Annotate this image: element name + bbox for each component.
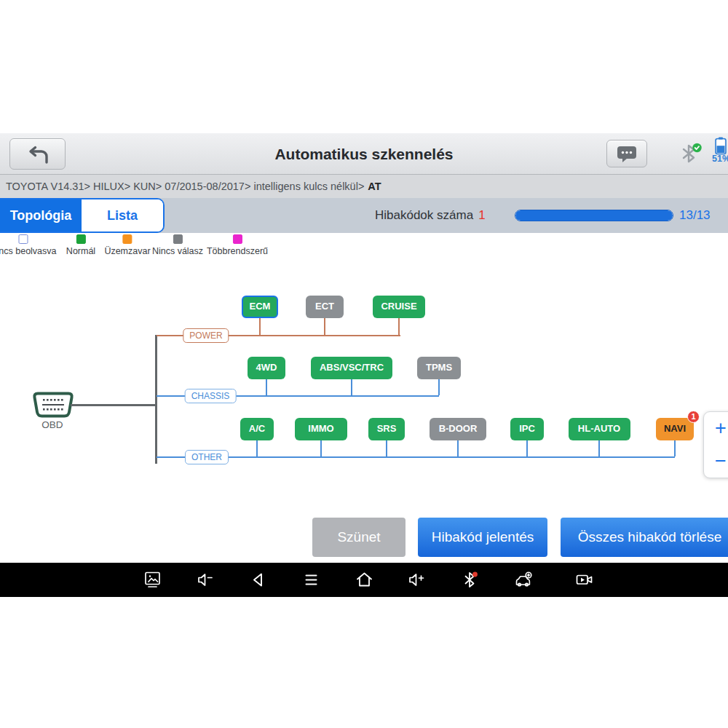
node-connector-line	[351, 379, 352, 395]
legend-swatch	[123, 234, 132, 244]
battery-percent: 51%	[712, 154, 728, 164]
legend-swatch	[76, 234, 85, 244]
node-connector-line	[398, 318, 400, 335]
obd-connector-icon	[32, 390, 74, 422]
node-connector-line	[386, 440, 387, 456]
tab-bar: Topológia Lista Hibakódok száma1 13/13	[0, 198, 728, 233]
breadcrumb-current: AT	[368, 181, 381, 192]
ecu-node-ecm[interactable]: ECM	[242, 296, 278, 318]
nav-bluetooth-icon[interactable]	[460, 570, 480, 590]
ecu-node-ect[interactable]: ECT	[306, 296, 344, 318]
bus-label-power: POWER	[183, 328, 229, 343]
node-connector-line	[438, 379, 440, 395]
legend-item: Többrendszerű	[207, 234, 268, 256]
scan-progress-bar	[515, 210, 673, 221]
ecu-node-srs[interactable]: SRS	[368, 418, 405, 440]
topology-trunk-line	[155, 335, 157, 464]
screenshot-icon[interactable]	[143, 570, 162, 590]
legend-swatch	[232, 234, 242, 244]
clear-all-faults-button[interactable]: Összes hibakód törlése	[561, 518, 728, 557]
node-connector-line	[266, 379, 267, 395]
node-connector-line	[324, 318, 325, 335]
zoom-out-button[interactable]: −	[704, 445, 728, 478]
node-connector-line	[457, 440, 459, 456]
tab-list[interactable]: Lista	[82, 199, 163, 232]
fault-count-value: 1	[478, 208, 485, 222]
nav-back-icon[interactable]	[249, 570, 269, 590]
node-connector-line	[598, 440, 600, 456]
legend-swatch	[18, 234, 28, 244]
node-connector-line	[256, 440, 258, 456]
other-bus-line	[157, 456, 675, 458]
legend-item: Nincs válasz	[152, 234, 203, 256]
fault-count-label: Hibakódok száma1	[375, 198, 486, 233]
status-legend: Nincs beolvasvaNormálÜzemzavarNincs vála…	[0, 233, 728, 261]
view-tabs: Topológia Lista	[0, 198, 165, 233]
screen-record-icon[interactable]	[574, 570, 594, 590]
fault-badge: 1	[687, 411, 700, 423]
pause-button[interactable]: Szünet	[312, 518, 405, 557]
ecu-node-tpms[interactable]: TPMS	[417, 357, 461, 379]
volume-down-icon[interactable]	[196, 570, 215, 590]
feedback-button[interactable]	[606, 140, 647, 167]
volume-up-icon[interactable]	[407, 570, 427, 590]
ecu-node-navi[interactable]: NAVI	[656, 418, 694, 440]
ecu-node-abs-vsc-trc[interactable]: ABS/VSC/TRC	[311, 357, 392, 379]
legend-item: Normál	[66, 234, 95, 256]
ecu-node-ipc[interactable]: IPC	[510, 418, 544, 440]
legend-item: Üzemzavar	[104, 234, 150, 256]
node-connector-line	[320, 440, 322, 456]
android-nav-bar	[0, 563, 728, 597]
zoom-in-button[interactable]: +	[704, 412, 728, 445]
ecu-node-4wd[interactable]: 4WD	[248, 357, 285, 379]
chat-bubble-icon	[616, 144, 638, 164]
header-bar: Automatikus szkennelés	[0, 133, 728, 175]
scan-progress-fill	[515, 210, 673, 221]
menu-icon[interactable]	[301, 570, 321, 590]
legend-label: Többrendszerű	[207, 246, 268, 256]
legend-label: Nincs beolvasva	[0, 246, 57, 256]
ecu-node-immo[interactable]: IMMO	[295, 418, 347, 440]
diagnostic-app-screen: Automatikus szkennelés	[0, 0, 728, 728]
legend-label: Normál	[66, 246, 95, 256]
legend-label: Üzemzavar	[104, 246, 150, 256]
node-connector-line	[259, 318, 261, 335]
bus-label-chassis: CHASSIS	[185, 389, 237, 403]
ecu-node-a-c[interactable]: A/C	[240, 418, 274, 440]
fault-report-button[interactable]: Hibakód jelentés	[418, 518, 547, 557]
vehicle-pair-icon[interactable]	[513, 570, 533, 590]
legend-swatch	[173, 234, 182, 244]
ecu-node-hl-auto[interactable]: HL-AUTO	[569, 418, 630, 440]
zoom-controls: + −	[703, 411, 728, 478]
tab-topology[interactable]: Topológia	[0, 199, 82, 232]
breadcrumb-path: TOYOTA V14.31> HILUX> KUN> 07/2015-08/20…	[6, 181, 364, 192]
breadcrumb: TOYOTA V14.31> HILUX> KUN> 07/2015-08/20…	[0, 175, 728, 198]
obd-label: OBD	[41, 419, 63, 430]
bus-label-other: OTHER	[185, 450, 229, 464]
home-icon[interactable]	[355, 570, 374, 590]
obd-connection-line	[71, 404, 157, 406]
node-connector-line	[526, 440, 528, 456]
scan-progress-text: 13/13	[679, 198, 711, 233]
node-connector-line	[674, 440, 676, 456]
topology-canvas: OBD POWER CHASSIS OTHER + − Szünet Hibak…	[0, 261, 728, 563]
bluetooth-connected-icon	[679, 142, 704, 168]
ecu-node-cruise[interactable]: CRUISE	[373, 296, 425, 318]
legend-item: Nincs beolvasva	[0, 234, 57, 256]
legend-label: Nincs válasz	[152, 246, 203, 256]
ecu-node-b-door[interactable]: B-DOOR	[430, 418, 486, 440]
